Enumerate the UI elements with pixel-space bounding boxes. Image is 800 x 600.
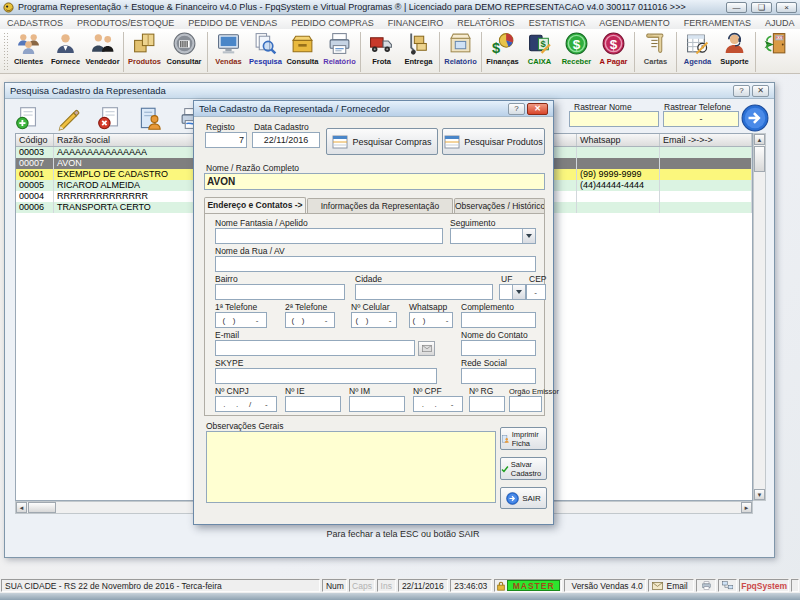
toolbar-entrega[interactable]: Entrega — [400, 30, 437, 66]
menu-financeiro[interactable]: FINANCEIRO — [381, 18, 451, 28]
restore-button[interactable]: ❏ — [751, 2, 772, 13]
toolbar-agenda[interactable]: Agenda — [679, 30, 716, 66]
track-name-input[interactable] — [569, 111, 659, 127]
skype-input[interactable] — [215, 368, 437, 384]
edit-record-icon[interactable] — [56, 106, 81, 131]
toolbar-consulta[interactable]: Consulta — [284, 30, 321, 66]
search-window-titlebar[interactable]: Pesquisa Cadastro da Representada ? ✕ — [5, 83, 774, 99]
toolbar-financas[interactable]: $ Finanças — [484, 30, 521, 66]
cidade-input[interactable] — [355, 284, 493, 300]
toolbar-exit[interactable]: EXIT — [758, 30, 795, 57]
scroll-right-arrow[interactable]: ► — [741, 502, 752, 513]
close-window-button[interactable]: ✕ — [752, 85, 769, 97]
clients-icon — [16, 31, 41, 56]
toolbar-relatorio2[interactable]: Relatório — [442, 30, 479, 66]
toolbar-receber[interactable]: $ Receber — [558, 30, 595, 66]
toolbar-apagar[interactable]: $ A Pagar — [595, 30, 632, 66]
observacoes-textarea[interactable] — [206, 431, 496, 503]
toolbar-consultar[interactable]: Consultar — [163, 30, 205, 66]
chevron-down-icon[interactable] — [512, 285, 525, 299]
toolbar-relatorio[interactable]: Relatório — [321, 30, 358, 66]
sair-button[interactable]: SAIR — [500, 487, 547, 509]
menu-cadastros[interactable]: CADASTROS — [0, 18, 70, 28]
bairro-input[interactable] — [215, 284, 345, 300]
dialog-help-button[interactable]: ? — [508, 103, 525, 115]
telefone2-input[interactable] — [285, 312, 335, 328]
toolbar-fornecedor[interactable]: Fornece — [47, 30, 84, 66]
search-window-title: Pesquisa Cadastro da Representada — [10, 85, 166, 96]
whatsapp-input[interactable] — [409, 312, 453, 328]
go-search-button[interactable] — [741, 104, 769, 136]
chevron-down-icon[interactable] — [522, 229, 535, 243]
dialog-close-button[interactable]: ✕ — [527, 103, 548, 115]
menu-ferramentas[interactable]: FERRAMENTAS — [677, 18, 758, 28]
salvar-cadastro-button[interactable]: Salvar Cadastro — [500, 457, 547, 480]
delete-record-icon[interactable] — [97, 106, 122, 131]
pesquisar-produtos-button[interactable]: Pesquisar Produtos — [442, 128, 545, 155]
complemento-label: Complemento — [461, 302, 514, 312]
registro-input[interactable] — [205, 132, 247, 148]
tab-informacoes-representacao[interactable]: Informações da Representação — [307, 198, 453, 213]
ie-input[interactable] — [285, 396, 341, 412]
scroll-up-arrow[interactable]: ▲ — [754, 134, 765, 145]
scroll-left-arrow[interactable]: ◄ — [16, 502, 27, 513]
track-phone-input[interactable] — [663, 111, 739, 127]
col-header-email[interactable]: Email ->->-> — [660, 134, 752, 146]
menu-estatistica[interactable]: ESTATISTICA — [522, 18, 593, 28]
nome-fantasia-input[interactable] — [215, 228, 443, 244]
rg-input[interactable] — [469, 396, 505, 412]
vertical-scrollbar[interactable]: ▲ ▼ — [753, 133, 766, 501]
nome-razao-input[interactable] — [204, 173, 545, 190]
toolbar-produtos[interactable]: Produtos — [126, 30, 163, 66]
tab-endereco-contatos[interactable]: Endereço e Contatos -> — [204, 197, 306, 213]
email-input[interactable] — [215, 340, 415, 356]
close-button[interactable]: × — [776, 2, 797, 13]
menu-pedido-compras[interactable]: PEDIDO COMPRAS — [284, 18, 381, 28]
menu-relatorios[interactable]: RELATÓRIOS — [450, 18, 521, 28]
toolbar-vendedor[interactable]: Vendedor — [84, 30, 121, 66]
menu-pedido-vendas[interactable]: PEDIDO DE VENDAS — [181, 18, 284, 28]
pesquisar-compras-button[interactable]: Pesquisar Compras — [326, 128, 438, 155]
cep-input[interactable] — [526, 284, 546, 300]
nome-contato-input[interactable] — [461, 340, 536, 356]
data-cadastro-input[interactable] — [252, 132, 320, 148]
toolbar-caixa[interactable]: $ CAIXA — [521, 30, 558, 66]
svg-text:$: $ — [573, 37, 581, 52]
contact-card-icon[interactable] — [138, 106, 163, 131]
cnpj-input[interactable] — [215, 396, 277, 412]
toolbar-frota[interactable]: Frota — [363, 30, 400, 66]
celular-input[interactable] — [351, 312, 397, 328]
dialog-titlebar[interactable]: Tela Cadastro da Representada / Forneced… — [194, 101, 553, 117]
orgao-emissor-input[interactable] — [509, 396, 542, 412]
minimize-button[interactable]: — — [726, 2, 747, 13]
status-network[interactable] — [718, 579, 737, 592]
telefone1-input[interactable] — [215, 312, 267, 328]
horizontal-scroll-thumb[interactable] — [28, 502, 56, 513]
seguimento-select[interactable] — [450, 228, 536, 244]
col-header-whatsapp[interactable]: Whatsapp — [577, 134, 660, 146]
menu-ajuda[interactable]: AJUDA — [758, 18, 800, 28]
vertical-scroll-thumb[interactable] — [754, 146, 765, 172]
toolbar-pesquisa[interactable]: Pesquisa — [247, 30, 284, 66]
rede-social-input[interactable] — [461, 368, 536, 384]
add-record-icon[interactable] — [15, 106, 40, 131]
uf-select[interactable] — [499, 284, 526, 300]
toolbar-suporte[interactable]: Suporte — [716, 30, 753, 66]
email-send-button[interactable] — [418, 341, 435, 356]
cpf-input[interactable] — [413, 396, 463, 412]
status-email[interactable]: Email — [648, 579, 694, 592]
rua-input[interactable] — [215, 256, 536, 272]
toolbar-vendas[interactable]: Vendas — [210, 30, 247, 66]
imprimir-ficha-button[interactable]: Imprimir Ficha — [500, 427, 547, 450]
toolbar-clientes[interactable]: Clientes — [10, 30, 47, 66]
scroll-down-arrow[interactable]: ▼ — [754, 489, 765, 500]
col-header-codigo[interactable]: Código — [16, 134, 54, 146]
tab-observacoes-historico[interactable]: Observações / Histórico — [454, 198, 545, 213]
menu-produtos-estoque[interactable]: PRODUTOS/ESTOQUE — [70, 18, 181, 28]
status-printer[interactable] — [696, 579, 715, 592]
menu-agendamento[interactable]: AGENDAMENTO — [592, 18, 676, 28]
complemento-input[interactable] — [461, 312, 536, 328]
toolbar-cartas[interactable]: Cartas — [637, 30, 674, 66]
im-input[interactable] — [349, 396, 405, 412]
help-button[interactable]: ? — [733, 85, 750, 97]
